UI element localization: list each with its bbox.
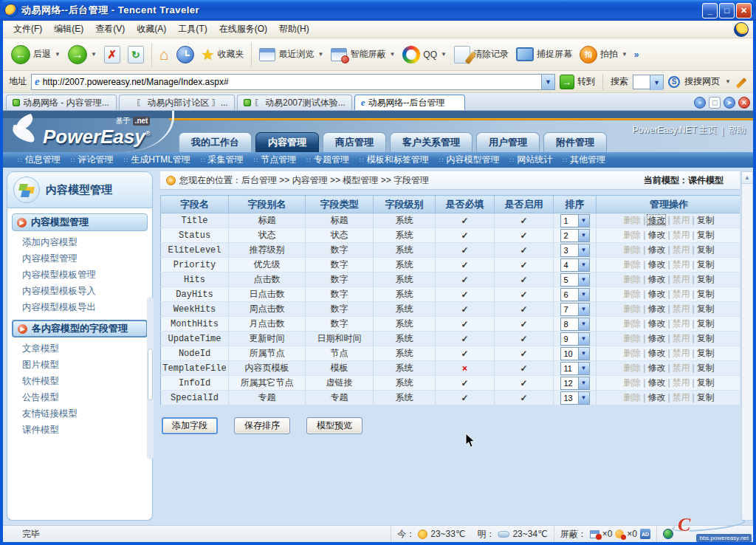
modify-link[interactable]: 修改 <box>647 318 665 329</box>
select-dropdown-icon[interactable]: ▼ <box>578 304 589 315</box>
disable-link[interactable]: 禁用 <box>673 348 690 358</box>
copy-link[interactable]: 复制 <box>697 304 715 314</box>
disable-link[interactable]: 禁用 <box>673 215 690 225</box>
copy-link[interactable]: 复制 <box>697 274 715 284</box>
toolbar-overflow-icon[interactable]: » <box>634 49 639 60</box>
copy-link[interactable]: 复制 <box>697 392 715 402</box>
submenu-item[interactable]: ∷ 评论管理 <box>66 154 118 166</box>
menu-item[interactable]: 文件(F) <box>7 21 48 38</box>
browser-tab[interactable]: 〖 动易2007测试体验... <box>237 95 352 110</box>
sort-order-select[interactable]: 1 ▼ <box>560 214 590 227</box>
modify-link[interactable]: 修改 <box>647 348 665 358</box>
home-button[interactable]: ⌂ <box>156 44 173 66</box>
sort-order-select[interactable]: 13 ▼ <box>560 391 590 405</box>
modify-link[interactable]: 修改 <box>647 363 665 373</box>
modify-link[interactable]: 修改 <box>647 230 665 240</box>
delete-link[interactable]: 删除 <box>623 215 641 225</box>
go-button[interactable]: → 转到 <box>560 75 595 89</box>
delete-link[interactable]: 删除 <box>623 363 641 373</box>
nav-tab[interactable]: 附件管理 <box>543 132 607 152</box>
nav-tab[interactable]: 我的工作台 <box>179 132 252 152</box>
copy-link[interactable]: 复制 <box>697 289 715 299</box>
select-dropdown-icon[interactable]: ▼ <box>578 377 589 389</box>
disable-link[interactable]: 禁用 <box>673 274 690 284</box>
sort-order-select[interactable]: 12 ▼ <box>560 377 590 390</box>
select-dropdown-icon[interactable]: ▼ <box>578 274 589 286</box>
delete-link[interactable]: 删除 <box>623 333 641 343</box>
modify-link[interactable]: 修改 <box>647 274 665 284</box>
menu-item[interactable]: 工具(T) <box>172 21 213 38</box>
forward-dropdown-icon[interactable]: ▼ <box>91 51 97 58</box>
model-preview-button[interactable]: 模型预览 <box>306 417 362 434</box>
select-dropdown-icon[interactable]: ▼ <box>578 244 589 256</box>
refresh-button[interactable]: ↻ <box>124 44 148 66</box>
copy-link[interactable]: 复制 <box>697 318 715 329</box>
sidebar-item[interactable]: 内容模型模板管理 <box>12 267 148 283</box>
smart-block-dropdown-icon[interactable]: ▼ <box>389 51 395 58</box>
minimize-button[interactable]: _ <box>702 3 718 18</box>
menu-item[interactable]: 编辑(E) <box>48 21 89 38</box>
select-dropdown-icon[interactable]: ▼ <box>578 289 589 301</box>
menu-item[interactable]: 查看(V) <box>89 21 131 38</box>
search-engine-label[interactable]: 搜搜网页 <box>684 75 720 88</box>
delete-link[interactable]: 删除 <box>623 377 641 388</box>
block-counter[interactable]: 屏蔽： ×0 ×0 AD <box>554 526 656 542</box>
sidebar-item[interactable]: 公告模型 <box>12 389 148 405</box>
qq-dropdown-icon[interactable]: ▼ <box>441 51 447 58</box>
delete-link[interactable]: 删除 <box>623 244 641 255</box>
delete-link[interactable]: 删除 <box>623 392 641 402</box>
modify-link[interactable]: 修改 <box>647 215 665 225</box>
paipai-dropdown-icon[interactable]: ▼ <box>622 51 628 58</box>
copy-link[interactable]: 复制 <box>697 363 715 373</box>
submenu-item[interactable]: ∷ 网站统计 <box>506 154 557 166</box>
sidebar-item[interactable]: 内容模型管理 <box>12 250 148 267</box>
modify-link[interactable]: 修改 <box>647 289 665 299</box>
delete-link[interactable]: 删除 <box>623 274 641 284</box>
sort-order-select[interactable]: 11 ▼ <box>560 362 590 375</box>
sidebar-item[interactable]: 添加内容模型 <box>12 234 148 250</box>
sidebar-section-header-fields[interactable]: ▶ 各内容模型的字段管理 <box>12 320 148 337</box>
select-dropdown-icon[interactable]: ▼ <box>578 363 589 374</box>
favorites-button[interactable]: ★ 收藏夹 <box>198 44 248 66</box>
disable-link[interactable]: 禁用 <box>673 318 690 329</box>
select-dropdown-icon[interactable]: ▼ <box>578 348 589 360</box>
close-button[interactable]: ✕ <box>736 3 752 18</box>
disable-link[interactable]: 禁用 <box>673 377 690 388</box>
copy-link[interactable]: 复制 <box>697 259 715 270</box>
copy-link[interactable]: 复制 <box>697 244 715 255</box>
sort-order-select[interactable]: 7 ▼ <box>560 303 590 316</box>
browser-tab[interactable]: 动易网络 - 内容管理... <box>6 95 117 110</box>
copy-link[interactable]: 复制 <box>697 377 715 388</box>
sidebar-item[interactable]: 内容模型模板导出 <box>12 299 148 315</box>
modify-link[interactable]: 修改 <box>647 304 665 314</box>
sidebar-item[interactable]: 友情链接模型 <box>12 405 148 422</box>
sidebar-section-header-model[interactable]: ▶ 内容模型管理 <box>12 213 148 231</box>
add-field-button[interactable]: 添加字段 <box>162 417 218 434</box>
sidebar-scrollbar[interactable] <box>147 297 154 459</box>
stop-button[interactable]: ✗ <box>100 44 124 66</box>
url-dropdown-icon[interactable]: ▼ <box>541 75 554 89</box>
sort-order-select[interactable]: 3 ▼ <box>560 244 590 257</box>
forward-button[interactable]: → ▼ <box>64 43 100 66</box>
tab-overflow-icon[interactable]: » <box>694 97 706 109</box>
select-dropdown-icon[interactable]: ▼ <box>578 318 589 330</box>
select-dropdown-icon[interactable]: ▼ <box>578 333 589 345</box>
new-tab-icon[interactable]: ▢ <box>709 97 721 109</box>
submenu-item[interactable]: ∷ 内容模型管理 <box>435 154 504 166</box>
delete-link[interactable]: 删除 <box>623 348 641 358</box>
nav-tab[interactable]: 用户管理 <box>476 132 540 152</box>
search-input[interactable]: ▼ <box>633 75 664 89</box>
disable-link[interactable]: 禁用 <box>673 230 690 240</box>
disable-link[interactable]: 禁用 <box>673 289 690 299</box>
modify-link[interactable]: 修改 <box>647 377 665 388</box>
menu-item[interactable]: 收藏(A) <box>131 21 172 38</box>
history-button[interactable] <box>173 44 198 66</box>
submenu-item[interactable]: ∷ 采集管理 <box>196 154 248 166</box>
modify-link[interactable]: 修改 <box>647 333 665 343</box>
nav-tab[interactable]: 内容管理 <box>255 132 319 152</box>
sidebar-item[interactable]: 软件模型 <box>12 373 148 389</box>
sort-order-select[interactable]: 9 ▼ <box>560 332 590 346</box>
search-dropdown-icon[interactable]: ▼ <box>650 75 663 90</box>
delete-link[interactable]: 删除 <box>623 318 641 329</box>
browser-tab[interactable]: 〖 动易内部讨论区 〗... <box>119 95 235 110</box>
